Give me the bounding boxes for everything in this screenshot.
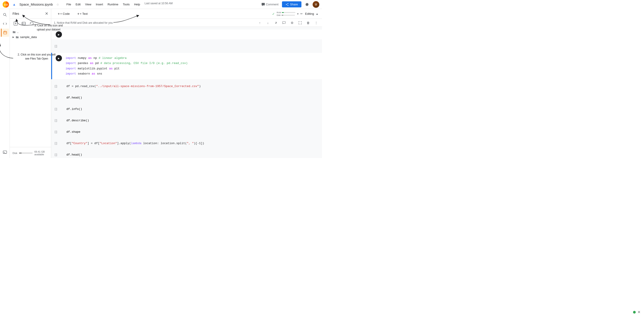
fullscreen-button[interactable] <box>297 20 303 26</box>
notebook-cells: ▶ [ ] ▶ import numpy as np # linear alg <box>51 27 322 158</box>
add-text-button[interactable]: + + Text <box>74 10 90 18</box>
svg-text:CO: CO <box>4 3 8 6</box>
move-down-button[interactable]: ↓ <box>265 20 271 26</box>
collapse-button[interactable]: ▲ <box>316 12 318 16</box>
cell-settings-button[interactable]: ⚙ <box>289 20 295 26</box>
top-menu-bar: CO ▲ Space_Missions.ipynb ☆ File Edit Vi… <box>0 0 322 9</box>
country-cell: [ ] df["Country"] = df["Location"].apply… <box>51 139 322 148</box>
notebook-content: + + Code + + Text ✓ RAM <box>51 9 322 158</box>
ram-disk-indicators: RAM Disk <box>276 12 296 16</box>
more-options-button[interactable]: ⋮ <box>313 20 319 26</box>
text-cell: ▶ <box>51 30 322 39</box>
connect-drive-button[interactable] <box>20 20 27 27</box>
comment-button[interactable]: Comment <box>262 3 278 6</box>
imports-cell: ▶ import numpy as np # linear algebra im… <box>51 53 322 79</box>
info-content[interactable]: df.info() <box>63 107 318 112</box>
head2-cell: [ ] df.head() <box>51 150 322 158</box>
svg-point-9 <box>3 14 6 16</box>
delete-cell-button[interactable]: 🗑 <box>305 20 311 26</box>
empty-cell-content[interactable] <box>63 44 318 48</box>
cell-bracket-csv: [ ] <box>55 85 63 88</box>
describe-content[interactable]: df.describe() <box>63 118 318 123</box>
svg-line-8 <box>286 5 288 6</box>
menu-runtime[interactable]: Runtime <box>106 2 120 7</box>
resource-dropdown[interactable]: ▾ <box>297 12 298 16</box>
sidebar-file-area: .. ▶ sample_data <box>10 29 51 41</box>
run-imports-button[interactable]: ▶ <box>56 55 62 61</box>
disk-available: 69.41 GB available <box>34 150 48 156</box>
head2-content[interactable]: df.head() <box>63 152 318 157</box>
code-btn-label: + Code <box>60 12 70 16</box>
sidebar-close-button[interactable]: ✕ <box>45 11 48 16</box>
country-content[interactable]: df["Country"] = df["Location"].apply(lam… <box>63 141 318 146</box>
drive-icon: ▲ <box>12 3 16 6</box>
cell-bracket-info: [ ] <box>55 107 63 111</box>
user-avatar[interactable]: U <box>312 1 319 8</box>
run-text-cell-button[interactable]: ▶ <box>56 31 62 38</box>
sidebar: Files ✕ <box>10 9 51 158</box>
ram-label: RAM <box>276 12 281 14</box>
nav-files[interactable] <box>1 29 9 37</box>
cell-bracket-country: [ ] <box>55 142 63 145</box>
connected-check-icon: ✓ <box>272 12 275 16</box>
star-icon[interactable]: ☆ <box>56 3 59 6</box>
cell-bracket-head2: [ ] <box>55 153 63 156</box>
menu-tools[interactable]: Tools <box>121 2 131 7</box>
sidebar-parent-folder[interactable]: .. <box>10 29 51 35</box>
editing-label: Editing <box>305 12 314 16</box>
read-csv-content[interactable]: df = pd.read_csv("../input/all-space-mis… <box>63 84 318 89</box>
share-label: Share <box>290 3 298 6</box>
menu-view[interactable]: View <box>83 2 93 7</box>
colab-logo: CO <box>3 1 9 8</box>
sidebar-icons-row <box>10 19 51 29</box>
svg-rect-13 <box>3 151 7 154</box>
settings-button[interactable] <box>305 3 309 7</box>
svg-line-10 <box>5 16 6 17</box>
refresh-button[interactable] <box>28 20 35 27</box>
nav-code[interactable] <box>1 20 9 28</box>
nav-search[interactable] <box>1 11 9 19</box>
disk-usage-bar <box>19 152 32 154</box>
cell-bracket-describe: [ ] <box>55 119 63 122</box>
shape-cell: [ ] df.shape <box>51 128 322 136</box>
parent-folder-label: .. <box>17 30 18 34</box>
upload-file-button[interactable] <box>12 20 19 27</box>
left-nav <box>0 9 10 158</box>
link-button[interactable] <box>273 20 279 26</box>
imports-cell-content[interactable]: import numpy as np # linear algebra impo… <box>62 55 318 77</box>
read-csv-cell: [ ] df = pd.read_csv("../input/all-space… <box>51 82 322 91</box>
menu-bar: File Edit View Insert Runtime Tools Help… <box>64 2 173 7</box>
resource-bar: ✓ RAM Disk ▾ ✏ <box>272 12 318 16</box>
edit-mode-icon: ✏ <box>300 12 303 16</box>
move-up-button[interactable]: ↑ <box>257 20 263 26</box>
sidebar-sample-data[interactable]: ▶ sample_data <box>10 35 51 40</box>
menu-edit[interactable]: Edit <box>74 2 82 7</box>
menu-file[interactable]: File <box>64 2 73 7</box>
cell-bracket-shape: [ ] <box>55 130 63 133</box>
svg-line-7 <box>286 3 288 5</box>
add-code-button[interactable]: + + Code <box>55 10 73 18</box>
disk-progress <box>282 15 295 16</box>
sidebar-title: Files <box>12 12 19 16</box>
head1-cell: [ ] df.head() <box>51 93 322 102</box>
file-name: Space_Missions.ipynb <box>20 3 53 6</box>
nav-terminal[interactable] <box>1 148 9 156</box>
shape-content[interactable]: df.shape <box>63 129 318 135</box>
annotation-2: 2. Click on this icon and you willsee Fi… <box>18 53 56 61</box>
share-button[interactable]: Share <box>282 1 302 8</box>
top-right-area: Comment Share U <box>262 1 319 8</box>
sidebar-bottom: Disk 69.41 GB available <box>10 147 51 158</box>
notice-text: 1. Notice that RAM and Disk are allocate… <box>54 21 113 24</box>
comment-label: Comment <box>266 3 278 6</box>
svg-rect-11 <box>4 31 7 34</box>
svg-rect-20 <box>283 22 285 24</box>
menu-insert[interactable]: Insert <box>94 2 105 7</box>
cell-toolbar: 1. Notice that RAM and Disk are allocate… <box>51 19 322 27</box>
disk-label: Disk <box>12 152 17 154</box>
last-saved: Last saved at 10:56 AM <box>144 2 172 7</box>
sample-data-label: sample_data <box>20 35 37 39</box>
head1-content[interactable]: df.head() <box>63 95 318 100</box>
main-layout: Files ✕ <box>0 9 322 158</box>
menu-help[interactable]: Help <box>132 2 142 7</box>
comment-cell-button[interactable] <box>281 20 287 26</box>
